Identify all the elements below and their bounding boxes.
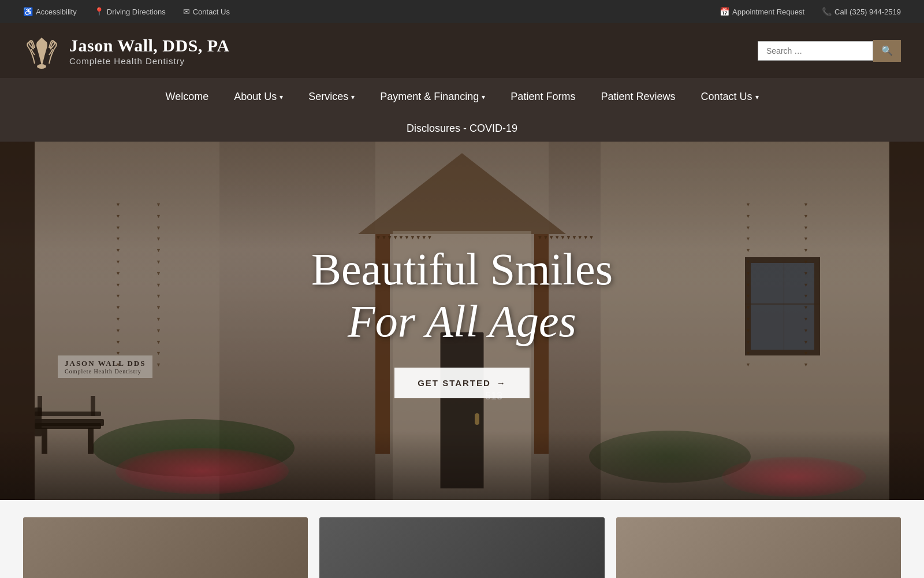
accessibility-icon: ♿ bbox=[23, 7, 33, 16]
card-2[interactable] bbox=[319, 517, 604, 578]
cards-section bbox=[0, 500, 924, 578]
appointment-link[interactable]: 📅 Appointment Request bbox=[720, 7, 804, 16]
directions-label: Driving Directions bbox=[107, 8, 166, 16]
envelope-icon: ✉ bbox=[183, 7, 190, 16]
logo-sub: Complete Health Dentistry bbox=[69, 56, 230, 66]
header: Jason Wall, DDS, PA Complete Health Dent… bbox=[0, 23, 924, 78]
nav-disclosures[interactable]: Disclosures - COVID-19 bbox=[394, 116, 530, 142]
location-icon: 📍 bbox=[94, 7, 104, 16]
top-bar: ♿ Accessibility 📍 Driving Directions ✉ C… bbox=[0, 0, 924, 23]
hero-title: Beautiful Smiles For All Ages bbox=[311, 243, 613, 347]
phone-label: Call (325) 944-2519 bbox=[834, 8, 901, 16]
card-1-image bbox=[23, 517, 308, 578]
accessibility-link[interactable]: ♿ Accessibility bbox=[23, 7, 77, 16]
logo-icon bbox=[23, 32, 61, 69]
appointment-label: Appointment Request bbox=[732, 8, 804, 16]
nav-row-1: Welcome About Us ▾ Services ▾ Payment & … bbox=[152, 78, 771, 116]
accessibility-label: Accessibility bbox=[36, 8, 77, 16]
sign-line2: Complete Health Dentistry bbox=[65, 368, 146, 375]
chevron-down-icon: ▾ bbox=[351, 93, 355, 101]
phone-icon: 📞 bbox=[822, 7, 832, 16]
search-input[interactable] bbox=[758, 41, 873, 61]
nav-contact[interactable]: Contact Us ▾ bbox=[688, 78, 771, 116]
contact-top-label: Contact Us bbox=[193, 8, 230, 16]
arrow-icon: → bbox=[497, 378, 506, 388]
phone-link[interactable]: 📞 Call (325) 944-2519 bbox=[822, 7, 901, 16]
hero-title-line2: For All Ages bbox=[311, 295, 613, 347]
card-3-image bbox=[616, 517, 901, 578]
directions-link[interactable]: 📍 Driving Directions bbox=[94, 7, 166, 16]
nav-patient-reviews[interactable]: Patient Reviews bbox=[588, 78, 688, 116]
contact-top-link[interactable]: ✉ Contact Us bbox=[183, 7, 230, 16]
svg-point-0 bbox=[37, 64, 46, 69]
card-1[interactable] bbox=[23, 517, 308, 578]
sign-line1: JASON WALL DDS bbox=[65, 359, 146, 368]
logo-text: Jason Wall, DDS, PA Complete Health Dent… bbox=[69, 35, 230, 66]
chevron-down-icon: ▾ bbox=[755, 93, 759, 101]
nav-about[interactable]: About Us ▾ bbox=[221, 78, 296, 116]
logo-link[interactable]: Jason Wall, DDS, PA Complete Health Dent… bbox=[23, 32, 230, 69]
search-button[interactable]: 🔍 bbox=[873, 40, 901, 62]
search-icon: 🔍 bbox=[881, 45, 893, 56]
chevron-down-icon: ▾ bbox=[482, 93, 485, 101]
roof-shape bbox=[358, 153, 566, 234]
building-sign: JASON WALL DDS Complete Health Dentistry bbox=[58, 355, 152, 378]
nav-patient-forms[interactable]: Patient Forms bbox=[498, 78, 588, 116]
calendar-icon: 📅 bbox=[720, 7, 729, 16]
get-started-button[interactable]: GET STARTED → bbox=[394, 368, 530, 398]
card-2-image bbox=[319, 517, 604, 578]
hero-content: Beautiful Smiles For All Ages GET STARTE… bbox=[311, 243, 613, 398]
hero-section: 513 JASON WALL DDS Complete Health Denti… bbox=[0, 142, 924, 500]
nav-services[interactable]: Services ▾ bbox=[296, 78, 367, 116]
nav-welcome[interactable]: Welcome bbox=[152, 78, 221, 116]
top-bar-left: ♿ Accessibility 📍 Driving Directions ✉ C… bbox=[23, 7, 230, 16]
card-3[interactable] bbox=[616, 517, 901, 578]
cta-label: GET STARTED bbox=[418, 378, 491, 388]
chevron-down-icon: ▾ bbox=[280, 93, 283, 101]
hero-title-line1: Beautiful Smiles bbox=[311, 243, 613, 295]
main-nav: Welcome About Us ▾ Services ▾ Payment & … bbox=[0, 78, 924, 142]
logo-name: Jason Wall, DDS, PA bbox=[69, 35, 230, 56]
top-bar-right: 📅 Appointment Request 📞 Call (325) 944-2… bbox=[720, 7, 901, 16]
nav-row-2: Disclosures - COVID-19 bbox=[394, 116, 530, 142]
nav-payment[interactable]: Payment & Financing ▾ bbox=[367, 78, 498, 116]
search-area: 🔍 bbox=[758, 40, 901, 62]
